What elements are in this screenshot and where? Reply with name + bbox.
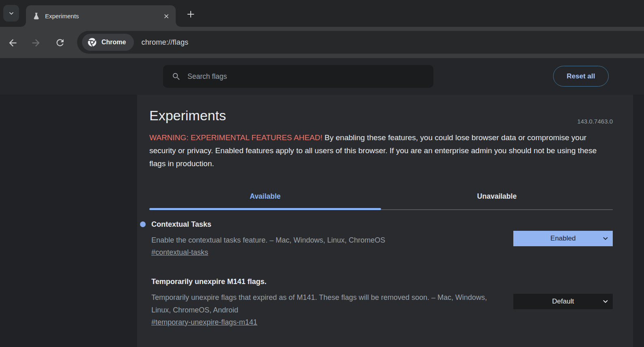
chrome-logo-icon bbox=[87, 37, 97, 48]
flags-page-header: Reset all bbox=[0, 58, 644, 95]
flask-icon bbox=[32, 12, 40, 20]
tab-title: Experiments bbox=[45, 13, 161, 20]
forward-button[interactable] bbox=[29, 36, 43, 50]
tab-available[interactable]: Available bbox=[149, 188, 381, 208]
browser-toolbar: Chrome chrome://flags bbox=[0, 27, 644, 58]
omnibox[interactable]: Chrome chrome://flags bbox=[77, 31, 644, 54]
flag-value-select[interactable]: Default bbox=[513, 294, 613, 309]
tab-unavailable[interactable]: Unavailable bbox=[381, 188, 613, 208]
back-button[interactable] bbox=[6, 36, 19, 50]
version-label: 143.0.7463.0 bbox=[577, 118, 613, 125]
select-value: Enabled bbox=[550, 234, 575, 243]
browser-tab-experiments[interactable]: Experiments bbox=[26, 5, 176, 27]
search-input[interactable] bbox=[187, 72, 428, 81]
flag-description: Temporarily unexpire flags that expired … bbox=[151, 291, 503, 317]
browser-window: Experiments bbox=[0, 0, 644, 347]
flag-name: Contextual Tasks bbox=[151, 220, 503, 229]
flag-row-temporary-unexpire-m141: Temporarily unexpire M141 flags. Tempora… bbox=[149, 277, 613, 327]
url-text[interactable]: chrome://flags bbox=[141, 38, 188, 47]
arrow-right-icon bbox=[30, 37, 41, 48]
page-background: Experiments 143.0.7463.0 WARNING: EXPERI… bbox=[0, 95, 644, 347]
flag-row-contextual-tasks: Contextual Tasks Enable the contextual t… bbox=[149, 220, 613, 257]
flag-texts: Temporarily unexpire M141 flags. Tempora… bbox=[149, 277, 503, 327]
tab-search-button[interactable] bbox=[3, 5, 19, 22]
select-value: Default bbox=[552, 297, 574, 306]
flag-permalink[interactable]: #contextual-tasks bbox=[151, 248, 208, 257]
flag-permalink[interactable]: #temporary-unexpire-flags-m141 bbox=[151, 318, 257, 327]
flags-content: Experiments 143.0.7463.0 WARNING: EXPERI… bbox=[137, 95, 633, 347]
flag-description: Enable the contextual tasks feature. – M… bbox=[151, 234, 503, 247]
reload-icon bbox=[55, 37, 65, 48]
reset-all-button[interactable]: Reset all bbox=[553, 66, 609, 87]
modified-dot-icon bbox=[140, 221, 146, 227]
chevron-down-icon bbox=[602, 298, 609, 305]
tab-close-button[interactable] bbox=[161, 11, 172, 22]
page-title: Experiments bbox=[149, 108, 613, 124]
search-icon bbox=[163, 72, 181, 81]
tab-underline bbox=[149, 208, 613, 210]
chevron-down-icon bbox=[602, 235, 609, 242]
search-box[interactable] bbox=[163, 65, 433, 88]
reload-button[interactable] bbox=[53, 36, 67, 50]
flag-name: Temporarily unexpire M141 flags. bbox=[151, 277, 503, 286]
warning-text: WARNING: EXPERIMENTAL FEATURES AHEAD! By… bbox=[149, 131, 608, 170]
tab-underline-rest bbox=[381, 209, 613, 210]
flag-value-select[interactable]: Enabled bbox=[513, 231, 613, 246]
site-chip[interactable]: Chrome bbox=[82, 34, 134, 51]
arrow-left-icon bbox=[7, 37, 18, 48]
site-chip-label: Chrome bbox=[101, 39, 126, 46]
flag-filter-tabs: Available Unavailable bbox=[149, 188, 613, 208]
flag-texts: Contextual Tasks Enable the contextual t… bbox=[149, 220, 503, 257]
new-tab-button[interactable] bbox=[183, 7, 198, 22]
chevron-down-icon bbox=[8, 10, 15, 17]
warning-emphasis: WARNING: EXPERIMENTAL FEATURES AHEAD! bbox=[149, 133, 323, 142]
plus-icon bbox=[186, 10, 195, 19]
tab-underline-selected bbox=[149, 208, 381, 210]
tab-strip: Experiments bbox=[0, 0, 644, 27]
